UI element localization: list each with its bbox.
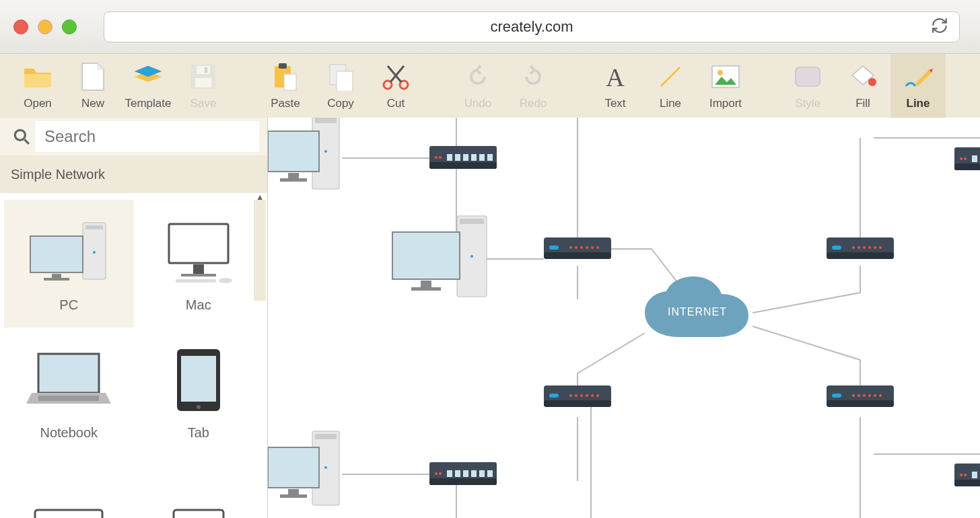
svg-point-94	[569, 394, 572, 397]
svg-point-104	[858, 394, 860, 397]
window-close-button[interactable]	[13, 20, 28, 34]
tab-icon	[155, 343, 242, 417]
redo-button[interactable]: Redo	[505, 54, 561, 118]
paste-button[interactable]: Paste	[258, 54, 313, 118]
svg-rect-55	[288, 173, 299, 178]
shape-mac[interactable]: Mac	[134, 200, 264, 328]
url-text: creately.com	[490, 18, 573, 36]
canvas-switch-2	[429, 462, 497, 485]
svg-point-122	[439, 472, 442, 475]
svg-point-116	[960, 474, 963, 476]
svg-rect-58	[429, 162, 497, 169]
svg-rect-25	[169, 224, 228, 263]
shape-pc[interactable]: PC	[4, 200, 134, 328]
fill-icon	[848, 62, 878, 91]
svg-point-21	[93, 251, 96, 254]
mac-icon	[155, 215, 242, 289]
svg-rect-26	[193, 264, 204, 274]
text-icon: A	[600, 62, 630, 91]
svg-rect-66	[487, 154, 493, 161]
canvas-router-2	[827, 237, 894, 259]
svg-rect-31	[38, 396, 99, 401]
svg-rect-84	[832, 246, 841, 250]
svg-rect-54	[268, 131, 319, 172]
svg-rect-71	[421, 281, 431, 287]
notebook-icon	[25, 343, 112, 417]
svg-rect-127	[479, 470, 485, 477]
search-row	[0, 118, 267, 155]
copy-icon	[326, 62, 355, 91]
canvas-pc-1	[268, 118, 339, 189]
fill-button[interactable]: Fill	[835, 54, 890, 118]
style-icon	[793, 62, 823, 91]
svg-rect-5	[279, 63, 287, 69]
url-bar[interactable]: creately.com	[104, 11, 960, 42]
search-icon[interactable]	[8, 128, 35, 145]
svg-point-98	[591, 394, 594, 397]
window-minimize-button[interactable]	[38, 20, 53, 34]
svg-point-81	[596, 246, 599, 249]
search-input[interactable]	[35, 121, 259, 152]
main-area: Simple Network ▲ PC	[0, 118, 980, 518]
svg-rect-36	[174, 510, 223, 518]
svg-point-79	[586, 246, 588, 249]
save-button[interactable]: Save	[176, 54, 231, 118]
svg-rect-52	[315, 118, 337, 123]
text-tool-button[interactable]: A Text	[588, 54, 643, 118]
window-maximize-button[interactable]	[62, 20, 77, 34]
svg-point-14	[718, 70, 723, 75]
svg-point-60	[439, 156, 442, 159]
cut-button[interactable]: Cut	[368, 54, 423, 118]
shape-extra-2[interactable]	[134, 455, 264, 518]
cut-icon	[381, 62, 411, 91]
svg-rect-20	[85, 225, 103, 229]
scrollbar-thumb[interactable]	[254, 200, 266, 301]
category-header[interactable]: Simple Network	[0, 155, 267, 193]
svg-rect-74	[544, 252, 611, 259]
svg-point-89	[874, 246, 876, 249]
folder-icon	[23, 62, 53, 91]
svg-rect-134	[280, 494, 307, 498]
svg-rect-70	[392, 232, 460, 279]
canvas-pc-3	[268, 431, 339, 505]
traffic-lights	[13, 20, 77, 34]
open-button[interactable]: Open	[10, 54, 65, 118]
svg-rect-28	[176, 279, 216, 283]
svg-point-95	[575, 394, 578, 397]
style-button[interactable]: Style	[780, 54, 835, 118]
shape-notebook[interactable]: Notebook	[4, 328, 134, 455]
template-button[interactable]: Template	[120, 54, 176, 118]
shape-tab[interactable]: Tab	[134, 328, 264, 455]
cloud-label: INTERNET	[668, 306, 727, 318]
paste-icon	[271, 62, 300, 91]
refresh-icon[interactable]	[931, 17, 948, 37]
svg-rect-23	[52, 274, 61, 278]
svg-rect-63	[463, 154, 468, 161]
svg-line-12	[661, 67, 680, 86]
import-icon	[711, 62, 740, 91]
svg-point-99	[596, 394, 599, 397]
svg-rect-2	[195, 78, 211, 87]
svg-point-69	[470, 255, 473, 258]
canvas-router-4	[827, 385, 894, 407]
svg-rect-113	[972, 155, 977, 162]
svg-point-17	[15, 130, 25, 140]
line-tool-button[interactable]: Line	[643, 54, 698, 118]
canvas-switch-edge-1	[954, 147, 980, 170]
undo-button[interactable]: Undo	[450, 54, 505, 118]
svg-rect-6	[284, 74, 296, 90]
line-style-button[interactable]: Line	[890, 54, 946, 118]
svg-rect-128	[487, 470, 493, 477]
svg-rect-124	[455, 470, 460, 477]
svg-point-106	[868, 394, 871, 397]
import-button[interactable]: Import	[698, 54, 753, 118]
pc-icon	[25, 215, 112, 289]
svg-rect-65	[479, 154, 485, 161]
svg-rect-1	[197, 66, 210, 74]
canvas-router-1	[544, 237, 611, 259]
diagram-canvas[interactable]: INTERNET	[268, 118, 980, 518]
new-button[interactable]: New	[65, 54, 120, 118]
svg-rect-115	[954, 480, 980, 486]
shape-extra-1[interactable]	[4, 455, 134, 518]
copy-button[interactable]: Copy	[313, 54, 368, 118]
